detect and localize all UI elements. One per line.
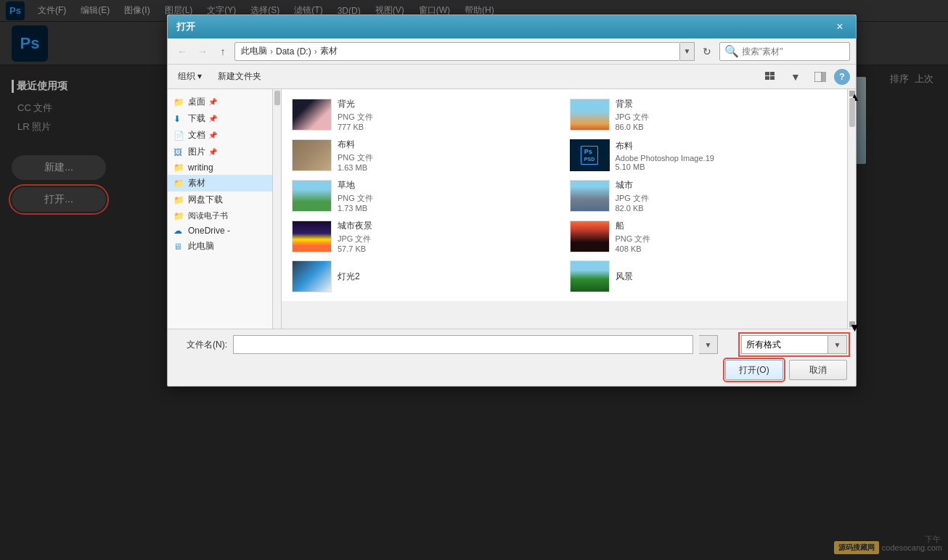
- dialog-footer: 文件名(N): ▼ 所有格式 JPEG PNG PSD TIFF ▼ 打开(O)…: [168, 329, 856, 386]
- pin-icon: 📌: [208, 131, 217, 139]
- file-name: 风景: [616, 271, 838, 283]
- file-item-dengguang[interactable]: 灯光2: [287, 258, 564, 295]
- breadcrumb-dropdown[interactable]: ▼: [680, 42, 695, 61]
- file-info-fengjing: 风景: [616, 271, 838, 283]
- file-size: 1.63 MB: [338, 163, 560, 172]
- file-name: 布料: [616, 140, 838, 152]
- file-type: PNG 文件: [338, 152, 560, 163]
- file-type: JPG 文件: [616, 112, 838, 123]
- file-size: 86.0 KB: [616, 123, 838, 131]
- file-thumb-chuan: [570, 221, 610, 252]
- file-item-buliao-psd[interactable]: PsPSD 布料 Adobe Photoshop Image.19 5.10 M…: [565, 136, 842, 175]
- back-button[interactable]: ←: [173, 43, 191, 60]
- up-button[interactable]: ↑: [214, 43, 232, 60]
- file-item-chengshi[interactable]: 城市 JPG 文件 82.0 KB: [565, 176, 842, 215]
- tree-scrollbar-thumb: [274, 91, 280, 105]
- format-select-wrapper: 所有格式 JPEG PNG PSD TIFF ▼: [741, 335, 847, 354]
- tree-item-downloads[interactable]: ⬇ 下载 📌: [168, 110, 272, 127]
- file-size: 408 KB: [616, 244, 838, 253]
- svg-rect-5: [822, 72, 826, 82]
- svg-rect-1: [770, 72, 775, 75]
- tree-item-writing[interactable]: 📁 writing: [168, 160, 272, 175]
- file-info-buliao-png: 布料 PNG 文件 1.63 MB: [338, 139, 560, 172]
- search-box: 🔍: [719, 42, 850, 61]
- tree-item-onedrive[interactable]: ☁ OneDrive -: [168, 223, 272, 238]
- filename-input[interactable]: [233, 335, 693, 354]
- file-item-fengjing[interactable]: 风景: [565, 258, 842, 295]
- file-grid-wrapper: 背光 PNG 文件 777 KB 背景 JPG 文件 86.0 KB: [282, 89, 847, 329]
- file-thumb-buliao: [292, 139, 332, 171]
- tree-item-label: 文档: [188, 129, 205, 141]
- search-icon: 🔍: [724, 44, 739, 58]
- document-icon: 📄: [173, 131, 185, 141]
- dialog-body: 📁 桌面 📌 ⬇ 下载 📌 📄 文档 📌 🖼 图片 📌 📁 wr: [168, 89, 856, 329]
- tree-item-label: 素材: [188, 177, 205, 189]
- forward-button[interactable]: →: [194, 43, 211, 60]
- tree-item-wangpan[interactable]: 📁 网盘下载: [168, 192, 272, 208]
- file-size: 82.0 KB: [616, 204, 838, 213]
- tree-scrollbar[interactable]: [273, 89, 282, 329]
- file-item-caodi[interactable]: 草地 PNG 文件 1.73 MB: [287, 176, 564, 215]
- tree-item-label: 下载: [188, 112, 205, 125]
- dialog-close-button[interactable]: ×: [833, 20, 847, 34]
- file-name: 城市: [616, 179, 838, 192]
- organize-button[interactable]: 组织 ▾: [173, 67, 206, 86]
- scrollbar-down-arrow[interactable]: ▼: [849, 321, 855, 327]
- tree-item-sucai[interactable]: 📁 素材: [168, 175, 272, 192]
- file-thumb-fengjing: [570, 260, 610, 292]
- new-folder-button[interactable]: 新建文件夹: [212, 67, 267, 86]
- folder-icon-sucai: 📁: [173, 178, 185, 189]
- folder-icon-writing: 📁: [173, 162, 185, 173]
- file-info-chengshi-ye: 城市夜景 JPG 文件 57.7 KB: [338, 220, 560, 253]
- file-thumb-beijing: [570, 99, 610, 131]
- tree-item-documents[interactable]: 📄 文档 📌: [168, 127, 272, 144]
- tree-item-desktop[interactable]: 📁 桌面 📌: [168, 94, 272, 110]
- file-item-beiguang[interactable]: 背光 PNG 文件 777 KB: [287, 95, 564, 134]
- cancel-button[interactable]: 取消: [789, 360, 847, 380]
- file-item-buliao-png[interactable]: 布料 PNG 文件 1.63 MB: [287, 136, 564, 175]
- file-type: PNG 文件: [338, 112, 560, 123]
- breadcrumb[interactable]: 此电脑 › Data (D:) › 素材: [234, 42, 680, 61]
- scrollbar-up-arrow[interactable]: ▲: [849, 91, 855, 96]
- format-dropdown[interactable]: ▼: [828, 335, 847, 354]
- help-button[interactable]: ?: [834, 69, 850, 85]
- open-confirm-button[interactable]: 打开(O): [725, 360, 783, 380]
- file-info-chuan: 船 PNG 文件 408 KB: [616, 220, 838, 253]
- dialog-secondary-toolbar: 组织 ▾ 新建文件夹 ▼ ?: [168, 65, 856, 89]
- filename-dropdown[interactable]: ▼: [699, 335, 718, 354]
- file-size: 5.10 MB: [616, 162, 838, 171]
- file-type: JPG 文件: [338, 234, 560, 244]
- svg-rect-2: [765, 76, 769, 80]
- pin-icon: 📌: [208, 98, 217, 106]
- scrollbar-thumb[interactable]: [849, 98, 855, 127]
- view-dropdown-button[interactable]: ▼: [785, 67, 806, 86]
- file-item-chengshi-ye[interactable]: 城市夜景 JPG 文件 57.7 KB: [287, 217, 564, 256]
- tree-item-thispc[interactable]: 🖥 此电脑: [168, 238, 272, 255]
- view-toggle-grid[interactable]: [760, 67, 782, 86]
- format-select[interactable]: 所有格式 JPEG PNG PSD TIFF: [741, 335, 828, 354]
- file-type: PNG 文件: [338, 193, 560, 204]
- folder-icon-ebook: 📁: [173, 211, 185, 221]
- tree-item-label: 桌面: [188, 96, 205, 108]
- file-info-chengshi: 城市 JPG 文件 82.0 KB: [616, 179, 838, 213]
- dialog-titlebar: 打开 ×: [168, 15, 856, 38]
- tree-item-ebook[interactable]: 📁 阅读电子书: [168, 208, 272, 223]
- preview-toggle[interactable]: [809, 67, 831, 86]
- file-thumb-dengguang: [292, 260, 332, 292]
- refresh-button[interactable]: ↻: [698, 42, 716, 61]
- file-grid-scrollbar[interactable]: ▲ ▼: [847, 89, 856, 329]
- file-item-chuan[interactable]: 船 PNG 文件 408 KB: [565, 217, 842, 256]
- pictures-icon: 🖼: [173, 147, 185, 157]
- file-size: 57.7 KB: [338, 244, 560, 253]
- file-item-beijing[interactable]: 背景 JPG 文件 86.0 KB: [565, 95, 842, 134]
- tree-item-label: OneDrive -: [188, 226, 230, 236]
- svg-rect-4: [814, 72, 822, 82]
- file-type: JPG 文件: [616, 193, 838, 204]
- file-info-dengguang: 灯光2: [338, 271, 560, 283]
- dialog-nav-toolbar: ← → ↑ 此电脑 › Data (D:) › 素材 ▼ ↻ 🔍: [168, 38, 856, 65]
- dialog-title: 打开: [176, 20, 195, 33]
- breadcrumb-part-1: Data (D:): [276, 46, 311, 57]
- search-input[interactable]: [742, 46, 851, 57]
- tree-item-pictures[interactable]: 🖼 图片 📌: [168, 144, 272, 160]
- file-open-dialog: 打开 × ← → ↑ 此电脑 › Data (D:) › 素材 ▼ ↻ 🔍 组织…: [167, 15, 857, 387]
